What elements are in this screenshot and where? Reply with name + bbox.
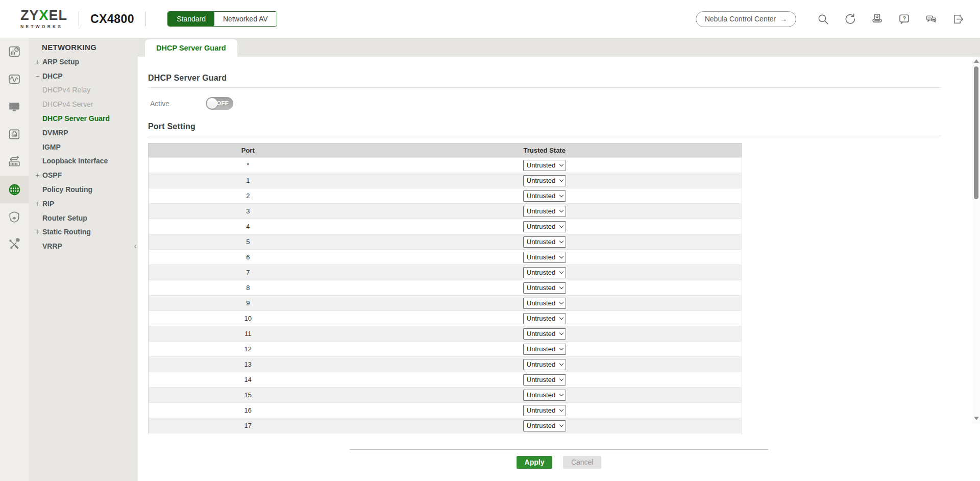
content-panel: DHCP Server Guard Active OFF Port Settin… [138, 57, 980, 481]
trusted-state-select[interactable]: Untrusted [523, 175, 566, 186]
header-divider [145, 12, 146, 26]
maintenance-tools-icon[interactable] [0, 231, 29, 258]
sidebar-item-dhcp[interactable]: − DHCP [29, 69, 138, 83]
trusted-state-select[interactable]: Untrusted [523, 160, 566, 171]
trusted-state-select[interactable]: Untrusted [523, 267, 566, 278]
trusted-state-select[interactable]: Untrusted [523, 328, 566, 340]
trusted-state-select[interactable]: Untrusted [523, 344, 566, 355]
top-header: ZYXEL NETWORKS CX4800 Standard Networked… [0, 0, 980, 38]
trusted-state-select[interactable]: Untrusted [523, 405, 566, 416]
security-shield-icon[interactable] [0, 203, 29, 231]
cancel-button[interactable]: Cancel [563, 456, 602, 469]
arrow-right-icon: → [780, 15, 787, 23]
port-number: * [149, 158, 348, 173]
table-row: 12 Untrusted [149, 342, 742, 357]
networking-globe-icon[interactable] [0, 176, 29, 203]
trusted-state-select[interactable]: Untrusted [523, 313, 566, 324]
table-row: 5 Untrusted [149, 234, 742, 250]
port-number: 8 [149, 280, 348, 296]
expander-icon[interactable]: + [34, 58, 41, 66]
system-display-icon[interactable] [0, 93, 29, 121]
header-divider [79, 12, 79, 26]
help-icon[interactable]: ? [891, 9, 918, 29]
toggle-state-label: OFF [217, 100, 229, 106]
table-row: 11 Untrusted [149, 326, 742, 342]
tab-dhcp-server-guard[interactable]: DHCP Server Guard [145, 39, 237, 57]
sidebar-item-dhcpv4-server[interactable]: DHCPv4 Server [29, 97, 138, 111]
table-row: 2 Untrusted [149, 188, 742, 204]
scrollbar-thumb[interactable] [974, 66, 978, 199]
port-number: 6 [149, 250, 348, 265]
port-number: 12 [149, 342, 348, 357]
port-number: 4 [149, 219, 348, 234]
monitoring-icon[interactable] [0, 65, 29, 93]
feedback-chat-icon[interactable] [918, 9, 945, 29]
trusted-state-select[interactable]: Untrusted [523, 298, 566, 309]
mode-tab-standard[interactable]: Standard [168, 12, 214, 26]
action-footer: Apply Cancel [350, 449, 768, 469]
expander-icon[interactable]: + [34, 228, 41, 236]
trusted-state-select[interactable]: Untrusted [523, 206, 566, 217]
trusted-state-select[interactable]: Untrusted [523, 236, 566, 248]
trusted-state-select[interactable]: Untrusted [523, 374, 566, 386]
active-toggle[interactable]: OFF [206, 97, 233, 110]
trusted-state-select[interactable]: Untrusted [523, 190, 566, 202]
mode-tab-networked-av[interactable]: Networked AV [214, 12, 277, 26]
sidebar-item-dvmrp[interactable]: DVMRP [29, 126, 138, 140]
table-row: 16 Untrusted [149, 403, 742, 418]
scroll-up-arrow-icon[interactable] [974, 59, 979, 63]
sidebar-item-rip[interactable]: + RIP [29, 197, 138, 211]
switching-icon[interactable] [0, 148, 29, 176]
search-icon[interactable] [810, 9, 837, 29]
sidebar-item-router-setup[interactable]: Router Setup [29, 211, 138, 225]
table-row: 3 Untrusted [149, 204, 742, 219]
scroll-down-arrow-icon[interactable] [974, 417, 979, 420]
table-header-row: Port Trusted State [149, 143, 742, 158]
sidebar-item-ospf[interactable]: + OSPF [29, 168, 138, 182]
trusted-state-select[interactable]: Untrusted [523, 252, 566, 263]
save-config-icon[interactable] [864, 9, 891, 29]
port-number: 17 [149, 418, 348, 434]
sidebar-collapse-chevron-icon[interactable]: ‹ [134, 242, 137, 250]
zyxel-logo-networks: NETWORKS [20, 24, 63, 29]
expander-icon[interactable]: − [34, 72, 41, 80]
port-number: 7 [149, 265, 348, 280]
nebula-control-center-button[interactable]: Nebula Control Center → [696, 11, 796, 27]
refresh-icon[interactable] [837, 9, 864, 29]
trusted-state-select[interactable]: Untrusted [523, 221, 566, 232]
port-number: 3 [149, 204, 348, 219]
column-header-trusted-state: Trusted State [348, 143, 742, 158]
trusted-state-select[interactable]: Untrusted [523, 359, 566, 370]
trusted-state-select[interactable]: Untrusted [523, 420, 566, 431]
sidebar-item-loopback-interface[interactable]: Loopback Interface [29, 154, 138, 169]
sidebar-item-dhcp-server-guard[interactable]: DHCP Server Guard [29, 111, 138, 126]
sidebar-item-dhcpv4-relay[interactable]: DHCPv4 Relay [29, 83, 138, 98]
table-row: 10 Untrusted [149, 311, 742, 326]
toggle-knob [207, 98, 217, 109]
tab-strip: DHCP Server Guard [138, 38, 980, 57]
sidebar-item-policy-routing[interactable]: Policy Routing [29, 182, 138, 197]
dashboard-icon[interactable] [0, 38, 29, 65]
logout-icon[interactable] [945, 9, 972, 29]
port-icon[interactable] [0, 121, 29, 148]
table-row: 13 Untrusted [149, 357, 742, 372]
sidebar-item-static-routing[interactable]: + Static Routing [29, 225, 138, 239]
apply-button[interactable]: Apply [517, 456, 553, 469]
port-number: 2 [149, 188, 348, 204]
table-row: 4 Untrusted [149, 219, 742, 234]
zyxel-logo: ZYXEL NETWORKS [20, 9, 67, 29]
trusted-state-select[interactable]: Untrusted [523, 282, 566, 294]
sidebar-item-arp-setup[interactable]: + ARP Setup [29, 55, 138, 69]
ui-mode-switch: Standard Networked AV [167, 11, 277, 27]
guard-section-title: DHCP Server Guard [148, 74, 941, 83]
port-number: 14 [149, 372, 348, 388]
expander-icon[interactable]: + [34, 171, 41, 179]
table-row: 7 Untrusted [149, 265, 742, 280]
table-row: 1 Untrusted [149, 173, 742, 188]
sidebar-item-vrrp[interactable]: VRRP [29, 239, 138, 253]
expander-icon[interactable]: + [34, 200, 41, 208]
networking-menu: NETWORKING + ARP Setup − DHCP DHCPv4 Rel… [29, 38, 138, 481]
trusted-state-select[interactable]: Untrusted [523, 390, 566, 401]
sidebar-item-igmp[interactable]: IGMP [29, 140, 138, 154]
port-number: 5 [149, 234, 348, 250]
